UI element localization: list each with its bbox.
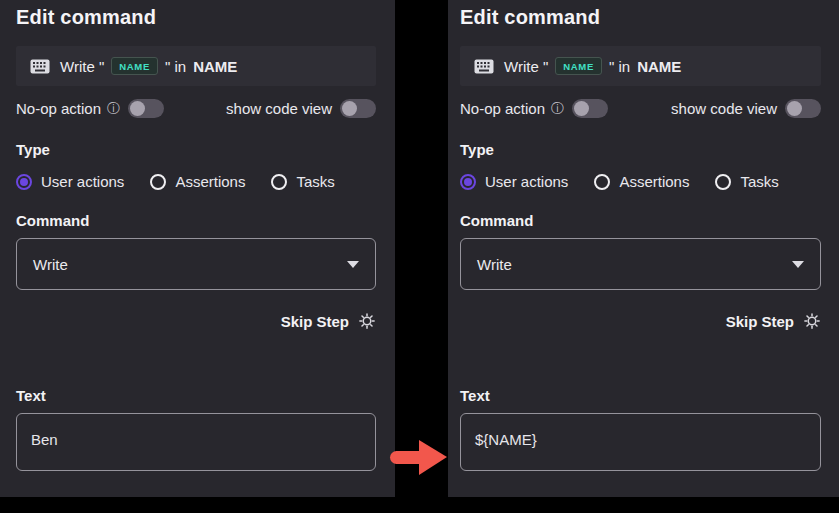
info-icon: ⓘ xyxy=(551,102,564,115)
page-title: Edit command xyxy=(16,0,376,29)
gear-icon[interactable] xyxy=(358,312,376,330)
command-label: Command xyxy=(16,212,376,229)
edit-command-panel-before: Edit command Write "NAME" inNAME No-op a… xyxy=(0,0,395,497)
arrow-right-icon xyxy=(390,440,458,475)
radio-tasks-label[interactable]: Tasks xyxy=(296,173,334,190)
summary-prefix: Write " xyxy=(504,58,548,75)
command-summary-bar: Write "NAME" inNAME xyxy=(460,46,821,86)
code-view-label: show code view xyxy=(226,100,332,117)
variable-chip: NAME xyxy=(111,57,158,75)
info-icon: ⓘ xyxy=(107,102,120,115)
type-radio-group: User actions Assertions Tasks xyxy=(16,173,376,190)
radio-tasks-label[interactable]: Tasks xyxy=(740,173,778,190)
edit-command-panel-after: Edit command Write "NAME" inNAME No-op a… xyxy=(448,0,839,497)
radio-tasks-icon[interactable] xyxy=(271,174,287,190)
radio-user-actions-label[interactable]: User actions xyxy=(485,173,568,190)
toggles-row: No-op action ⓘ show code view xyxy=(460,99,821,118)
command-summary-text: Write "NAME" inNAME xyxy=(60,57,237,75)
arrow-head xyxy=(419,440,447,475)
radio-assertions-label[interactable]: Assertions xyxy=(619,173,689,190)
command-summary-text: Write "NAME" inNAME xyxy=(504,57,681,75)
keyboard-icon xyxy=(30,59,50,74)
chevron-down-icon xyxy=(347,261,359,268)
code-view-group: show code view xyxy=(226,99,376,118)
skip-step-button[interactable]: Skip Step xyxy=(281,313,349,330)
radio-user-actions[interactable]: User actions xyxy=(16,173,124,190)
code-view-toggle[interactable] xyxy=(785,99,821,118)
summary-middle: " in xyxy=(165,58,186,75)
command-select[interactable]: Write xyxy=(460,238,821,290)
command-select-value: Write xyxy=(477,256,512,273)
code-view-group: show code view xyxy=(671,99,821,118)
noop-action-label: No-op action xyxy=(16,100,101,117)
text-label: Text xyxy=(460,387,821,404)
radio-assertions-icon[interactable] xyxy=(150,174,166,190)
summary-target: NAME xyxy=(637,58,681,75)
radio-user-actions[interactable]: User actions xyxy=(460,173,568,190)
gear-icon[interactable] xyxy=(803,312,821,330)
radio-tasks[interactable]: Tasks xyxy=(271,173,334,190)
chevron-down-icon xyxy=(792,261,804,268)
text-input[interactable]: ${NAME} xyxy=(460,413,821,471)
skip-step-row: Skip Step xyxy=(460,312,821,330)
code-view-toggle[interactable] xyxy=(340,99,376,118)
command-summary-bar: Write "NAME" inNAME xyxy=(16,46,376,86)
keyboard-icon xyxy=(474,59,494,74)
radio-tasks-icon[interactable] xyxy=(715,174,731,190)
command-label: Command xyxy=(460,212,821,229)
radio-assertions-icon[interactable] xyxy=(594,174,610,190)
summary-target: NAME xyxy=(193,58,237,75)
noop-action-toggle[interactable] xyxy=(572,99,608,118)
skip-step-row: Skip Step xyxy=(16,312,376,330)
type-radio-group: User actions Assertions Tasks xyxy=(460,173,821,190)
command-select-value: Write xyxy=(33,256,68,273)
radio-user-actions-icon[interactable] xyxy=(16,174,32,190)
text-input[interactable]: Ben xyxy=(16,413,376,471)
code-view-label: show code view xyxy=(671,100,777,117)
radio-assertions[interactable]: Assertions xyxy=(594,173,689,190)
radio-user-actions-label[interactable]: User actions xyxy=(41,173,124,190)
noop-action-label: No-op action xyxy=(460,100,545,117)
summary-middle: " in xyxy=(609,58,630,75)
toggles-row: No-op action ⓘ show code view xyxy=(16,99,376,118)
radio-assertions-label[interactable]: Assertions xyxy=(175,173,245,190)
radio-assertions[interactable]: Assertions xyxy=(150,173,245,190)
radio-user-actions-icon[interactable] xyxy=(460,174,476,190)
variable-chip: NAME xyxy=(555,57,602,75)
text-label: Text xyxy=(16,387,376,404)
type-label: Type xyxy=(16,141,376,158)
page-title: Edit command xyxy=(460,0,821,29)
skip-step-button[interactable]: Skip Step xyxy=(726,313,794,330)
noop-action-toggle[interactable] xyxy=(128,99,164,118)
radio-tasks[interactable]: Tasks xyxy=(715,173,778,190)
summary-prefix: Write " xyxy=(60,58,104,75)
command-select[interactable]: Write xyxy=(16,238,376,290)
noop-action-group: No-op action ⓘ xyxy=(16,99,164,118)
type-label: Type xyxy=(460,141,821,158)
noop-action-group: No-op action ⓘ xyxy=(460,99,608,118)
